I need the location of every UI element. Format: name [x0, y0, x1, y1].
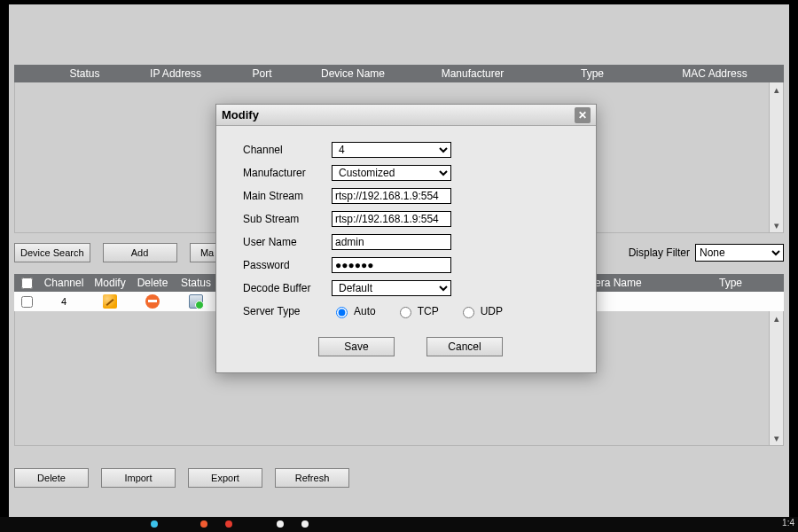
- channel-select[interactable]: 4: [332, 142, 451, 158]
- password-input[interactable]: [332, 257, 451, 273]
- server-type-udp-option[interactable]: UDP: [458, 304, 503, 318]
- sub-stream-input[interactable]: [332, 211, 451, 227]
- col-type: Type: [539, 67, 645, 80]
- server-type-auto-option[interactable]: Auto: [332, 304, 376, 318]
- server-type-udp-radio[interactable]: [463, 307, 474, 318]
- select-all-checkbox[interactable]: [21, 278, 33, 289]
- taskbar-app-icon[interactable]: [225, 520, 232, 528]
- dialog-titlebar[interactable]: Modify ✕: [216, 105, 596, 126]
- taskbar-app-icon[interactable]: [277, 520, 284, 528]
- scroll-down-icon[interactable]: ▾: [770, 218, 783, 232]
- username-label: User Name: [243, 236, 332, 248]
- col-delete: Delete: [131, 277, 174, 289]
- main-stream-input[interactable]: [332, 188, 451, 204]
- os-taskbar[interactable]: 1:4: [0, 517, 798, 532]
- display-filter-label: Display Filter: [629, 246, 690, 259]
- status-ok-icon: [189, 294, 203, 309]
- sub-stream-label: Sub Stream: [243, 213, 332, 225]
- taskbar-app-icon[interactable]: [301, 520, 309, 528]
- col-status: Status: [43, 67, 127, 80]
- row-checkbox[interactable]: [21, 296, 33, 308]
- save-button[interactable]: Save: [318, 337, 395, 356]
- close-icon[interactable]: ✕: [575, 107, 591, 123]
- server-type-label: Server Type: [243, 305, 332, 317]
- device-search-button[interactable]: Device Search: [14, 243, 90, 262]
- server-type-tcp-radio[interactable]: [400, 307, 411, 318]
- col-device-name: Device Name: [300, 67, 406, 80]
- col-status-lower: Status: [174, 277, 218, 289]
- delete-icon[interactable]: [145, 294, 160, 309]
- modify-dialog: Modify ✕ Channel 4 Manufacturer Customiz…: [215, 104, 597, 373]
- refresh-button[interactable]: Refresh: [275, 468, 349, 488]
- col-type-lower: Type: [677, 277, 784, 289]
- channel-table-scrollbar[interactable]: ▴ ▾: [769, 311, 783, 445]
- server-type-auto-radio[interactable]: [336, 307, 348, 318]
- add-button[interactable]: Add: [103, 243, 177, 262]
- username-input[interactable]: [332, 234, 451, 250]
- col-manufacturer: Manufacturer: [406, 67, 539, 80]
- row-channel-value: 4: [39, 296, 89, 307]
- taskbar-clock: 1:4: [782, 518, 794, 528]
- col-modify: Modify: [89, 277, 131, 289]
- manufacturer-select[interactable]: Customized: [332, 165, 451, 181]
- col-ip: IP Address: [127, 67, 224, 80]
- decode-buffer-select[interactable]: Default: [332, 280, 451, 296]
- col-port: Port: [224, 67, 300, 80]
- delete-button[interactable]: Delete: [14, 468, 89, 488]
- import-button[interactable]: Import: [101, 468, 176, 488]
- col-channel: Channel: [39, 277, 89, 289]
- col-mac: MAC Address: [645, 67, 784, 80]
- export-button[interactable]: Export: [188, 468, 262, 488]
- scroll-up-icon[interactable]: ▴: [770, 82, 783, 97]
- server-type-tcp-option[interactable]: TCP: [395, 304, 439, 318]
- display-filter-select[interactable]: None: [695, 244, 784, 262]
- search-results-header: Status IP Address Port Device Name Manuf…: [14, 65, 784, 82]
- manufacturer-label: Manufacturer: [243, 167, 332, 179]
- scroll-up-icon[interactable]: ▴: [770, 311, 783, 325]
- cancel-button[interactable]: Cancel: [426, 337, 503, 356]
- decode-buffer-label: Decode Buffer: [243, 282, 332, 294]
- app-window: Status IP Address Port Device Name Manuf…: [9, 4, 789, 517]
- taskbar-app-icon[interactable]: [151, 520, 158, 528]
- scroll-down-icon[interactable]: ▾: [770, 431, 783, 445]
- password-label: Password: [243, 259, 332, 271]
- edit-icon[interactable]: [103, 294, 117, 309]
- bottom-button-row: Delete Import Export Refresh: [14, 467, 362, 489]
- main-stream-label: Main Stream: [243, 190, 332, 202]
- search-results-scrollbar[interactable]: ▴ ▾: [769, 82, 783, 232]
- channel-label: Channel: [243, 144, 332, 156]
- taskbar-app-icon[interactable]: [200, 520, 207, 528]
- dialog-title: Modify: [222, 108, 259, 121]
